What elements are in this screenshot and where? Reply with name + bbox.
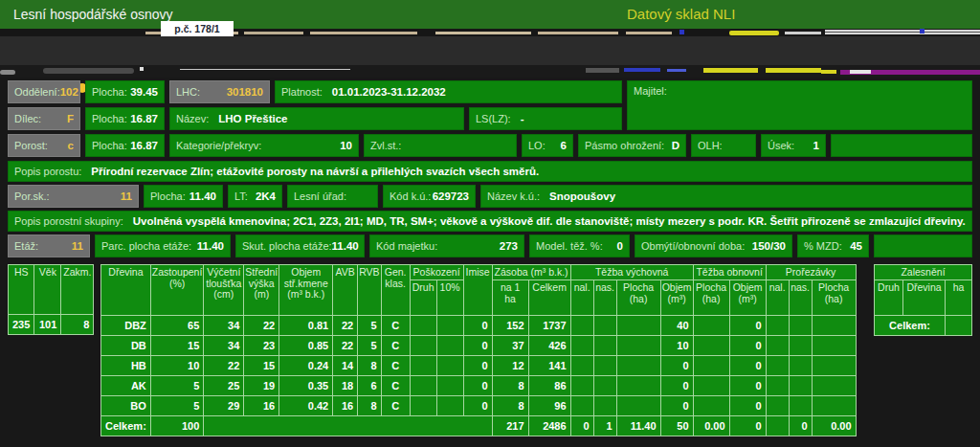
form-row-porost: Porost: c Plocha: 16.87 Kategorie/překry… [8,134,972,157]
group-header: Prořezávky [766,265,856,280]
field-value: 1 [813,140,819,151]
field-value: 273 [500,240,518,252]
table-cell: 18 [333,376,358,396]
field-olh: OLH: [691,134,756,157]
field-dilec[interactable]: Dílec: F [8,107,80,130]
table-cell: 2486 [528,416,570,436]
field-popis-skupiny: Popis porostní skupiny: Uvolněná vyspělá… [8,211,972,232]
field-porsk[interactable]: Por.sk.: 11 [8,185,139,208]
table-cell: 0 [463,376,492,396]
table-cell [789,316,812,336]
field-label: Úsek: [768,140,794,151]
col-header: Objem (m³) [660,280,693,316]
col-header: Plocha (ha) [616,280,660,316]
table-cell: 0 [729,316,766,336]
table-cell: 5 [358,316,381,336]
field-label: Platnost: [281,86,323,98]
field-oddeleni[interactable]: Oddělení: 102 [8,80,80,103]
table-cell: 152 [492,316,528,336]
table-cell: AK [101,376,151,396]
col-header: ha [946,280,972,316]
table-cell [766,316,789,336]
species-row: DB1534230.85225C037426100 [101,336,857,356]
table-cell: 37 [492,336,528,356]
col-header: Gen. klas. [381,265,410,316]
table-cell: C [381,356,410,376]
field-lo: LO: 6 [522,134,573,157]
field-label: Etáž: [14,240,38,252]
field-label: Plocha: [92,140,127,151]
table-cell: 0 [463,316,492,336]
zalesneni-subheader-row: Druh Dřevina ha [875,280,972,316]
table-cell: 25 [204,376,244,396]
table-cell [410,356,436,376]
table-cell [789,376,812,396]
col-header: AVB [333,265,358,316]
total-label: Celkem: [101,416,151,436]
field-etaz[interactable]: Etáž: 11 [8,235,90,257]
col-header: Plocha (ha) [693,280,729,316]
table-cell [570,336,593,356]
field-value: 39.45 [130,86,158,98]
table-cell [946,316,972,336]
col-header: Dřevina [903,280,946,316]
table-cell [812,376,856,396]
field-value: 16.87 [130,113,158,124]
field-plocha-dilec: Plocha: 16.87 [85,107,165,130]
form-row-popis-skupiny: Popis porostní skupiny: Uvolněná vyspělá… [8,211,972,232]
table-cell: 15 [150,336,204,356]
table-cell [410,376,436,396]
table-cell [693,356,729,376]
field-kod-majetku: Kód majetku: 273 [369,235,524,257]
table-cell: 16 [333,396,358,416]
map-fragment [679,30,684,34]
field-value: 0 [617,240,623,252]
table-cell: C [381,336,410,356]
table-cell: C [381,316,410,336]
table-cell: 29 [204,396,244,416]
col-header: nas. [789,280,812,316]
table-cell: 0.00 [693,416,729,436]
table-cell: 23 [244,336,279,356]
table-cell: 5 [150,396,204,416]
species-row: BO529160.42168C089600 [101,396,857,416]
table-cell: 86 [528,376,570,396]
field-porost[interactable]: Porost: c [8,134,80,157]
field-value: Uvolněná vyspělá kmenovina; 2C1, 2Z3, 2I… [133,215,966,227]
col-header: Imise [463,265,492,316]
col-header: RVB [358,265,381,316]
table-cell: 100 [150,416,204,436]
table-cell [593,356,616,376]
table-cell [766,336,789,356]
table-cell: 0 [789,416,812,436]
field-value: 629723 [433,190,469,202]
table-cell: BO [101,396,151,416]
field-lt: LT: 2K4 [228,185,282,208]
map-fragment [766,68,821,73]
table-cell [616,396,660,416]
field-value: 11.40 [189,190,216,202]
table-cell [570,316,593,336]
col-header: Celkem [528,280,570,316]
field-label: Model. těž. %: [536,240,603,252]
title-bar: Lesní hospodářské osnovy Datový sklad NL… [0,0,980,29]
parcel-tooltip: p.č. 178/1 [161,21,234,36]
table-cell [766,356,789,376]
table-cell: 8 [358,396,381,416]
table-cell: 0.42 [279,396,333,416]
col-header: Střední výška (m) [244,265,279,316]
table-cell: 12 [492,356,528,376]
species-row: DBZ6534220.81225C01521737400 [101,316,857,336]
field-plocha-oddeleni: Plocha: 39.45 [85,80,165,103]
table-cell: 0 [729,376,766,396]
table-cell: 5 [358,336,381,356]
map-fragment [850,70,871,74]
field-label: Název k.ú.: [487,190,540,202]
field-lhc[interactable]: LHC: 301810 [169,80,270,103]
species-row: AK525190.35186C088600 [101,376,857,396]
map-fragment [538,32,618,34]
table-cell [693,316,729,336]
table-cell: 8 [358,356,381,376]
field-pasmo: Pásmo ohrožení: D [578,134,686,157]
species-total-row: Celkem: 100 217 2486 0 1 11.40 50 0.00 0… [101,416,857,436]
